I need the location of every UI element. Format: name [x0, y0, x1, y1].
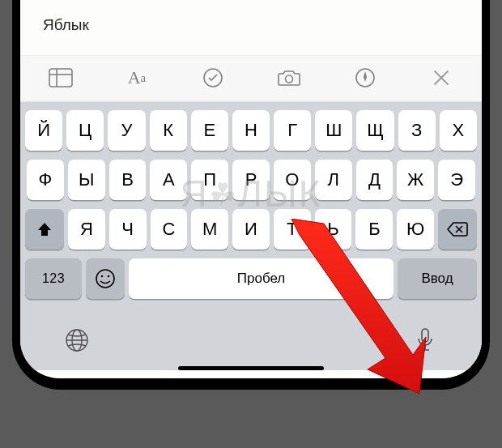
key-letter[interactable]: М [191, 209, 228, 250]
key-letter[interactable]: Ч [109, 209, 147, 250]
key-letter[interactable]: Ф [27, 160, 64, 200]
home-indicator[interactable] [178, 366, 324, 370]
screen: Яблык Aa [20, 0, 482, 378]
key-letter[interactable]: Ь [315, 209, 352, 250]
key-letter[interactable]: Г [274, 110, 311, 151]
key-letter[interactable]: И [232, 209, 270, 250]
backspace-key[interactable] [438, 209, 477, 250]
key-letter[interactable]: А [150, 160, 187, 200]
key-letter[interactable]: Ы [68, 160, 105, 200]
phone-frame: Яблык Aa [12, 0, 490, 390]
key-letter[interactable]: З [398, 110, 436, 151]
key-letter[interactable]: Д [356, 160, 394, 200]
key-letter[interactable]: Х [440, 110, 477, 151]
svg-rect-0 [49, 69, 72, 87]
close-icon[interactable] [425, 64, 457, 92]
key-letter[interactable]: Ш [315, 110, 352, 151]
space-key[interactable]: Пробел [129, 258, 394, 299]
key-letter[interactable]: В [109, 160, 147, 200]
checkmark-circle-icon[interactable] [197, 64, 229, 92]
key-letter[interactable]: Т [274, 209, 311, 250]
notes-toolbar: Aa [20, 56, 482, 102]
key-letter[interactable]: Р [232, 160, 270, 200]
keyboard-row-2: Ф Ы В А П Р О Л Д Ж Э [25, 160, 477, 200]
numbers-key[interactable]: 123 [25, 258, 82, 299]
svg-point-11 [101, 275, 104, 278]
keyboard: Й Ц У К Е Н Г Ш Щ З Х Ф Ы В А П Р О Л [20, 102, 482, 370]
key-letter[interactable]: Б [355, 209, 393, 250]
svg-point-12 [108, 275, 110, 278]
key-letter[interactable]: С [151, 209, 188, 250]
keyboard-bottom-bar [25, 308, 477, 361]
keyboard-row-bottom: 123 Пробел Ввод [25, 258, 477, 299]
globe-icon[interactable] [62, 326, 91, 355]
camera-icon[interactable] [273, 64, 305, 92]
key-letter[interactable]: Л [315, 160, 352, 200]
key-letter[interactable]: К [150, 110, 187, 151]
keyboard-row-1: Й Ц У К Е Н Г Ш Щ З Х [25, 110, 477, 151]
return-key[interactable]: Ввод [398, 258, 477, 299]
key-letter[interactable]: П [191, 160, 228, 200]
textformat-icon[interactable]: Aa [121, 64, 153, 92]
key-letter[interactable]: О [274, 160, 311, 200]
svg-point-4 [286, 75, 293, 83]
key-letter[interactable]: Щ [356, 110, 394, 151]
svg-rect-16 [422, 329, 428, 342]
key-letter[interactable]: Э [438, 160, 475, 200]
note-content: Яблык [43, 16, 89, 33]
table-icon[interactable] [45, 64, 77, 92]
key-letter[interactable]: Ц [66, 110, 104, 151]
key-letter[interactable]: Й [25, 110, 62, 151]
shift-key[interactable] [25, 209, 64, 250]
key-letter[interactable]: Н [232, 110, 270, 151]
emoji-key[interactable] [86, 258, 125, 299]
markup-icon[interactable] [349, 64, 381, 92]
note-text-area[interactable]: Яблык [20, 0, 482, 56]
key-letter[interactable]: Ж [397, 160, 434, 200]
key-letter[interactable]: У [108, 110, 145, 151]
dictation-mic-icon[interactable] [411, 326, 440, 355]
key-letter[interactable]: Я [68, 209, 105, 250]
keyboard-row-3: Я Ч С М И Т Ь Б Ю [25, 209, 477, 250]
svg-point-10 [96, 270, 114, 288]
key-letter[interactable]: Ю [397, 209, 434, 250]
key-letter[interactable]: Е [191, 110, 228, 151]
